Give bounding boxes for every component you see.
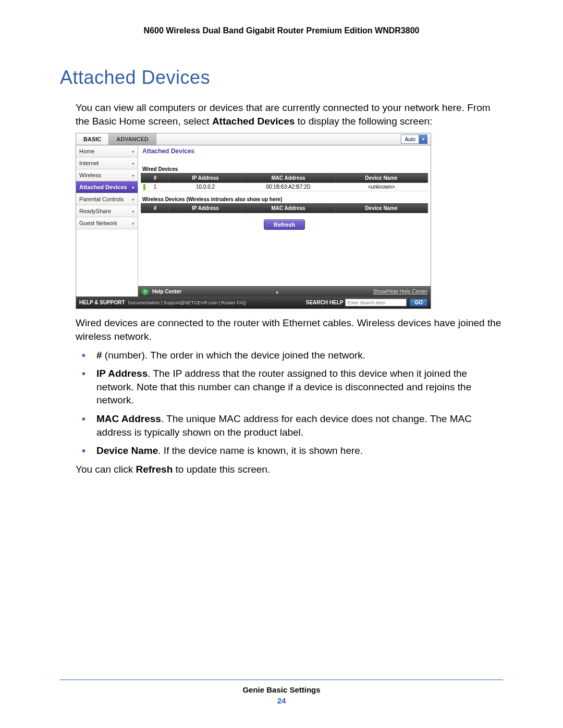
refresh-button[interactable]: Refresh bbox=[264, 219, 305, 230]
wireless-devices-heading: Wireless Devices (Wireless intruders als… bbox=[138, 194, 431, 203]
help-support-label: HELP & SUPPORT bbox=[79, 300, 125, 305]
bullet-rest: . If the device name is known, it is sho… bbox=[158, 445, 363, 456]
list-item: # (number). The order in which the devic… bbox=[76, 349, 503, 362]
col-name: Device Name bbox=[335, 204, 428, 213]
search-help-input[interactable] bbox=[345, 299, 407, 306]
chevron-right-icon: ▸ bbox=[132, 209, 134, 214]
sidebar-item-label: Guest Network bbox=[79, 220, 117, 226]
sidebar: Home ▸ Internet ▸ Wireless ▸ Attached De… bbox=[76, 145, 138, 297]
col-ip: IP Address bbox=[169, 174, 242, 183]
chevron-right-icon: ▸ bbox=[132, 161, 134, 166]
tabs-row: BASIC ADVANCED Auto ▾ bbox=[76, 133, 431, 145]
sidebar-item-attached-devices[interactable]: Attached Devices ▸ bbox=[76, 181, 138, 193]
page-footer: Genie Basic Settings 24 bbox=[60, 680, 503, 705]
doc-header: N600 Wireless Dual Band Gigabit Router P… bbox=[60, 26, 503, 35]
chevron-right-icon: ▸ bbox=[132, 185, 134, 190]
col-ip: IP Address bbox=[169, 204, 242, 213]
col-num: # bbox=[141, 204, 169, 213]
go-button[interactable]: GO bbox=[410, 299, 427, 306]
sidebar-item-home[interactable]: Home ▸ bbox=[76, 145, 138, 157]
footer-title: Genie Basic Settings bbox=[60, 685, 503, 694]
cell-name: <unknown> bbox=[335, 183, 428, 191]
sidebar-item-label: Home bbox=[79, 148, 94, 154]
help-support-links[interactable]: Documentation | Support@NETGEAR.com | Ro… bbox=[128, 300, 306, 305]
wired-devices-table: # IP Address MAC Address Device Name 1 1… bbox=[141, 173, 428, 191]
intro-text-bold: Attached Devices bbox=[212, 116, 295, 127]
col-mac: MAC Address bbox=[242, 204, 335, 213]
sidebar-item-label: Internet bbox=[79, 160, 99, 166]
chevron-up-icon[interactable]: ▲ bbox=[275, 289, 279, 294]
closing-bold: Refresh bbox=[136, 464, 173, 475]
language-select[interactable]: Auto ▾ bbox=[401, 134, 427, 144]
intro-paragraph: You can view all computers or devices th… bbox=[76, 101, 503, 128]
cell-ip: 10.0.0.2 bbox=[169, 183, 242, 191]
bullet-lead: # bbox=[96, 350, 102, 361]
tab-advanced[interactable]: ADVANCED bbox=[109, 133, 156, 145]
panel-title: Attached Devices bbox=[138, 145, 431, 157]
list-item: MAC Address. The unique MAC address for … bbox=[76, 412, 503, 439]
section-title: Attached Devices bbox=[60, 67, 503, 89]
sidebar-item-label: Wireless bbox=[79, 172, 101, 178]
page-number: 24 bbox=[60, 696, 503, 705]
after-figure-paragraph: Wired devices are connected to the route… bbox=[76, 316, 503, 343]
main-panel: Attached Devices Wired Devices # IP Addr… bbox=[138, 145, 431, 297]
table-row: 1 10.0.0.2 00:1B:63:A2:B7:2D <unknown> bbox=[141, 183, 428, 191]
sidebar-item-parental-controls[interactable]: Parental Controls ▸ bbox=[76, 193, 138, 205]
router-ui-screenshot: BASIC ADVANCED Auto ▾ Home ▸ Internet ▸ … bbox=[76, 133, 431, 309]
col-num: # bbox=[141, 174, 169, 183]
help-center-bar: ? Help Center ▲ Show/Hide Help Center bbox=[138, 286, 431, 297]
col-mac: MAC Address bbox=[242, 174, 335, 183]
sidebar-item-internet[interactable]: Internet ▸ bbox=[76, 157, 138, 169]
bullet-lead: IP Address bbox=[96, 368, 148, 379]
cell-mac: 00:1B:63:A2:B7:2D bbox=[242, 183, 335, 191]
bullet-rest: . The IP address that the router assigne… bbox=[96, 368, 471, 405]
sidebar-item-label: Attached Devices bbox=[79, 184, 127, 190]
language-select-value: Auto bbox=[401, 134, 419, 144]
sidebar-item-guest-network[interactable]: Guest Network ▸ bbox=[76, 217, 138, 229]
sidebar-item-label: ReadyShare bbox=[79, 208, 111, 214]
list-item: IP Address. The IP address that the rout… bbox=[76, 367, 503, 407]
chevron-right-icon: ▸ bbox=[132, 221, 134, 226]
closing-a: You can click bbox=[76, 464, 136, 475]
closing-paragraph: You can click Refresh to update this scr… bbox=[76, 463, 503, 476]
help-center-label[interactable]: Help Center bbox=[152, 289, 181, 294]
sidebar-item-label: Parental Controls bbox=[79, 196, 124, 202]
chevron-right-icon: ▸ bbox=[132, 173, 134, 178]
chevron-down-icon: ▾ bbox=[419, 134, 427, 144]
support-bar: HELP & SUPPORT Documentation | Support@N… bbox=[76, 297, 431, 309]
intro-text-b: to display the following screen: bbox=[295, 116, 432, 127]
tab-basic[interactable]: BASIC bbox=[76, 133, 109, 145]
sidebar-item-readyshare[interactable]: ReadyShare ▸ bbox=[76, 205, 138, 217]
closing-b: to update this screen. bbox=[173, 464, 270, 475]
sidebar-item-wireless[interactable]: Wireless ▸ bbox=[76, 169, 138, 181]
show-hide-help-link[interactable]: Show/Hide Help Center bbox=[373, 289, 427, 294]
bullet-lead: MAC Address bbox=[96, 413, 161, 424]
list-item: Device Name. If the device name is known… bbox=[76, 444, 503, 458]
chevron-right-icon: ▸ bbox=[132, 197, 134, 202]
wireless-devices-table: # IP Address MAC Address Device Name bbox=[141, 203, 428, 213]
wired-devices-heading: Wired Devices bbox=[138, 164, 431, 173]
bullet-lead: Device Name bbox=[96, 445, 158, 456]
search-help-label: SEARCH HELP bbox=[306, 300, 344, 305]
chevron-right-icon: ▸ bbox=[132, 149, 134, 154]
col-name: Device Name bbox=[335, 174, 428, 183]
field-description-list: # (number). The order in which the devic… bbox=[76, 349, 503, 458]
bullet-rest: (number). The order in which the device … bbox=[102, 350, 366, 361]
cell-num: 1 bbox=[141, 183, 169, 191]
help-icon[interactable]: ? bbox=[141, 288, 149, 295]
